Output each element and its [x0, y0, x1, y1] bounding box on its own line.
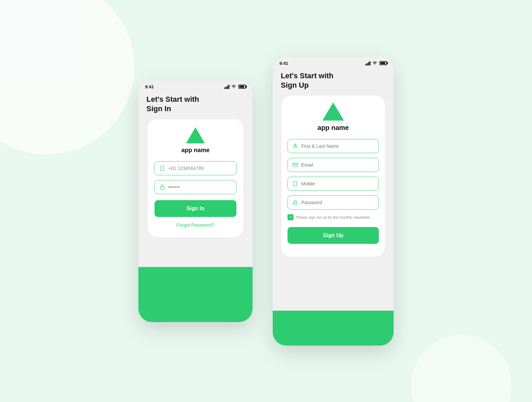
- signup-green-bg: [273, 311, 394, 346]
- status-icons-right: [365, 61, 387, 65]
- signin-phone: 9:41 Let's Start withSign In: [138, 80, 253, 322]
- signal-icon-right: [365, 61, 370, 65]
- newsletter-checkbox-area[interactable]: ✓ Please sign me up for the monthly news…: [287, 214, 379, 220]
- svg-rect-3: [160, 187, 164, 189]
- signup-name-input[interactable]: [301, 143, 374, 149]
- svg-rect-8: [293, 202, 297, 205]
- signup-lock-icon: [293, 200, 298, 205]
- signin-password-input[interactable]: [168, 184, 231, 190]
- status-bar-left: 9:41: [138, 80, 253, 92]
- svg-point-0: [233, 88, 234, 88]
- signup-title: Let's Start withSign Up: [281, 71, 386, 90]
- signin-logo-area: app name: [154, 127, 236, 154]
- forgot-password-link[interactable]: Forgot Password?: [154, 222, 236, 228]
- signup-email-input[interactable]: [301, 162, 374, 168]
- signup-card-wrapper: app name: [273, 96, 394, 257]
- phone-icon: [160, 166, 165, 171]
- battery-icon-left: [238, 85, 246, 89]
- signal-icon-left: [224, 85, 229, 89]
- signin-green-bg: [138, 267, 253, 322]
- newsletter-label: Please sign me up for the monthly newsle…: [296, 215, 371, 219]
- status-time-left: 9:41: [145, 84, 154, 89]
- status-icons-left: [224, 84, 246, 89]
- signup-logo-triangle: [322, 102, 344, 121]
- signup-mobile-field[interactable]: [287, 177, 379, 191]
- bg-decoration-left: [0, 0, 134, 154]
- signup-email-field[interactable]: [287, 158, 379, 172]
- signin-app-name: app name: [181, 147, 210, 154]
- signin-card-wrapper: app name: [138, 119, 253, 237]
- signin-password-field[interactable]: [154, 180, 236, 194]
- wifi-icon-right: [372, 61, 377, 65]
- signup-mobile-input[interactable]: [301, 181, 374, 186]
- svg-point-4: [374, 64, 375, 65]
- screens-container: 9:41 Let's Start withSign In: [138, 57, 394, 346]
- signup-password-field[interactable]: [287, 195, 379, 210]
- signup-password-input[interactable]: [301, 200, 374, 205]
- wifi-icon-left: [231, 84, 236, 89]
- signin-header: Let's Start withSign In: [138, 92, 253, 119]
- newsletter-checkbox[interactable]: ✓: [287, 214, 294, 220]
- email-icon: [293, 162, 298, 168]
- signup-logo-area: app name: [287, 102, 379, 132]
- signin-phone-input[interactable]: [168, 166, 231, 171]
- status-bar-right: 9:41: [273, 57, 394, 69]
- status-time-right: 9:41: [279, 61, 288, 66]
- signin-card: app name: [148, 119, 243, 237]
- signin-content: app name: [138, 119, 253, 322]
- signup-app-name: app name: [317, 124, 349, 132]
- bg-decoration-right: [411, 335, 512, 402]
- signup-phone: 9:41 Let's Start withSign Up: [273, 57, 394, 346]
- signin-title: Let's Start withSign In: [146, 95, 245, 114]
- signup-header: Let's Start withSign Up: [273, 69, 394, 96]
- signin-phone-field[interactable]: [154, 161, 236, 175]
- signup-button[interactable]: Sign Up: [287, 227, 379, 244]
- signup-name-field[interactable]: [287, 139, 379, 153]
- signin-button[interactable]: Sign In: [154, 200, 236, 217]
- signup-content: app name: [273, 96, 394, 346]
- lock-icon: [160, 184, 165, 190]
- mobile-icon: [293, 181, 298, 186]
- signup-card: app name: [281, 96, 385, 257]
- user-icon: [293, 143, 298, 149]
- svg-point-5: [294, 144, 296, 146]
- signin-logo-triangle: [186, 127, 205, 143]
- battery-icon-right: [380, 61, 387, 65]
